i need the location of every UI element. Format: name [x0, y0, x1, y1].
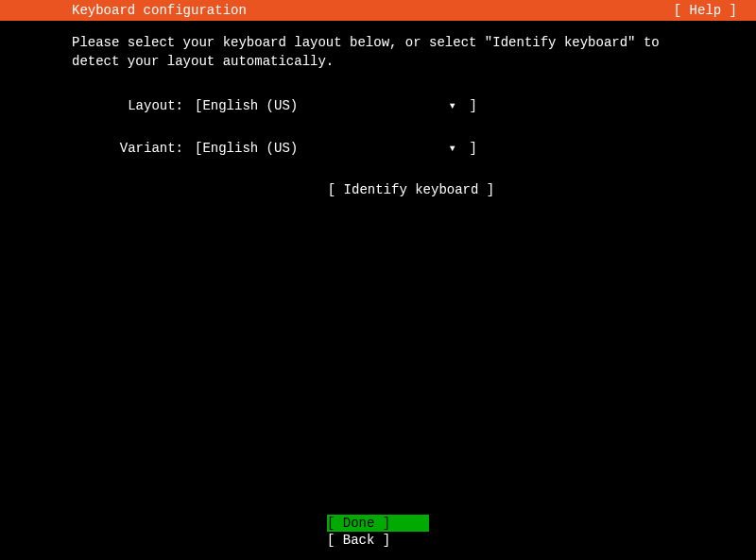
- header-bar: Keyboard configuration [ Help ]: [0, 0, 756, 21]
- layout-value: English (US): [202, 98, 448, 113]
- layout-label: Layout:: [72, 98, 195, 113]
- chevron-down-icon: ▾: [448, 140, 469, 156]
- done-button[interactable]: [ Done ]: [327, 515, 429, 532]
- content-area: Please select your keyboard layout below…: [0, 21, 756, 197]
- identify-keyboard-button[interactable]: [ Identify keyboard ]: [328, 182, 494, 197]
- layout-row: Layout: [ English (US) ▾ ]: [72, 97, 684, 113]
- variant-value: English (US): [202, 141, 448, 156]
- layout-select[interactable]: [ English (US) ▾ ]: [195, 97, 477, 113]
- identify-row: [ Identify keyboard ]: [72, 182, 684, 197]
- layout-open-bracket: [: [195, 98, 202, 113]
- back-button[interactable]: [ Back ]: [327, 532, 429, 549]
- chevron-down-icon: ▾: [448, 97, 469, 113]
- page-title: Keyboard configuration: [72, 3, 247, 18]
- variant-open-bracket: [: [195, 141, 202, 156]
- footer-buttons: [ Done ] [ Back ]: [0, 515, 756, 549]
- help-button[interactable]: [ Help ]: [674, 3, 737, 18]
- layout-close-bracket: ]: [469, 98, 476, 113]
- variant-select[interactable]: [ English (US) ▾ ]: [195, 140, 477, 156]
- variant-row: Variant: [ English (US) ▾ ]: [72, 140, 684, 156]
- variant-close-bracket: ]: [469, 141, 476, 156]
- variant-label: Variant:: [72, 141, 195, 156]
- description-text: Please select your keyboard layout below…: [72, 34, 684, 71]
